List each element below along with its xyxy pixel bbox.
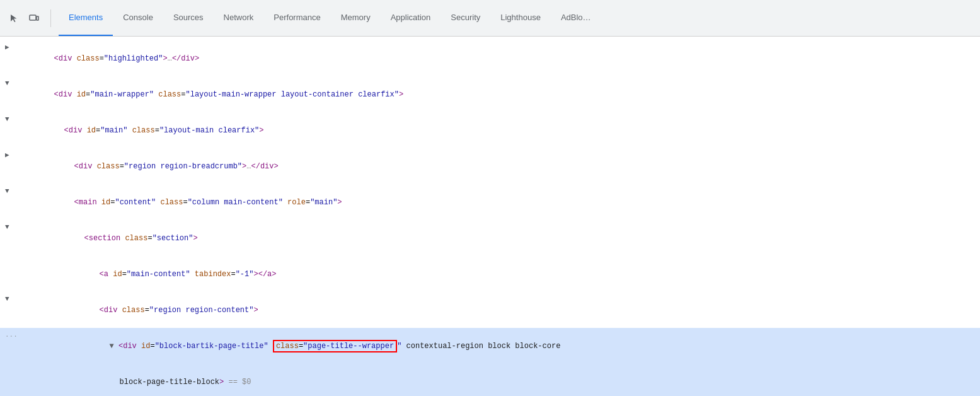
dom-line[interactable]: ▼ <div id="main-wrapper" class="layout-m… — [0, 76, 980, 112]
toolbar-icons — [5, 9, 51, 27]
expand-icon[interactable]: ▶ — [5, 149, 18, 161]
dom-line[interactable]: ▼ <div id="main" class="layout-main clea… — [0, 112, 980, 148]
svg-rect-0 — [30, 15, 36, 20]
tab-elements[interactable]: Elements — [59, 0, 113, 36]
expand-icon[interactable]: ▼ — [5, 77, 18, 90]
tab-application[interactable]: Application — [381, 0, 441, 36]
expand-icon[interactable]: ▼ — [5, 293, 18, 305]
svg-rect-1 — [37, 16, 38, 20]
expand-icon[interactable]: ▼ — [5, 221, 18, 233]
tab-adblock[interactable]: AdBlo… — [551, 0, 601, 36]
gutter-dot: ... — [5, 329, 18, 341]
dom-line[interactable]: ▶ <div class="region region-breadcrumb">… — [0, 148, 980, 184]
dom-line-selected-wrap[interactable]: block-page-title-block> == $0 — [0, 364, 980, 396]
tab-lighthouse[interactable]: Lighthouse — [490, 0, 551, 36]
tab-memory[interactable]: Memory — [331, 0, 381, 36]
tab-security[interactable]: Security — [441, 0, 490, 36]
dom-line[interactable]: ▼ <main id="content" class="column main-… — [0, 184, 980, 220]
expand-icon[interactable]: ▼ — [5, 185, 18, 197]
dom-tree: ▶ <div class="highlighted">…</div> ▼ <di… — [0, 39, 980, 396]
device-icon[interactable] — [25, 9, 43, 27]
dom-viewer: ▶ <div class="highlighted">…</div> ▼ <di… — [0, 37, 980, 396]
dom-line-selected[interactable]: ... ▼ <div id="block-bartik-page-title" … — [0, 328, 980, 364]
cursor-icon[interactable] — [5, 9, 23, 27]
expand-icon[interactable]: ▼ — [5, 113, 18, 125]
dom-line[interactable]: <a id="main-content" tabindex="-1"></a> — [0, 256, 980, 292]
dom-line[interactable]: ▶ <div class="highlighted">…</div> — [0, 40, 980, 76]
dom-line[interactable]: ▼ <section class="section"> — [0, 220, 980, 256]
tab-performance[interactable]: Performance — [263, 0, 330, 36]
tab-sources[interactable]: Sources — [163, 0, 214, 36]
tab-list: Elements Console Sources Network Perform… — [59, 0, 601, 36]
expand-icon[interactable]: ▶ — [5, 41, 18, 54]
no-expand — [5, 257, 18, 269]
dom-line[interactable]: ▼ <div class="region region-content"> — [0, 292, 980, 328]
devtools-toolbar: Elements Console Sources Network Perform… — [0, 0, 980, 37]
tab-console[interactable]: Console — [113, 0, 163, 36]
tab-network[interactable]: Network — [214, 0, 264, 36]
